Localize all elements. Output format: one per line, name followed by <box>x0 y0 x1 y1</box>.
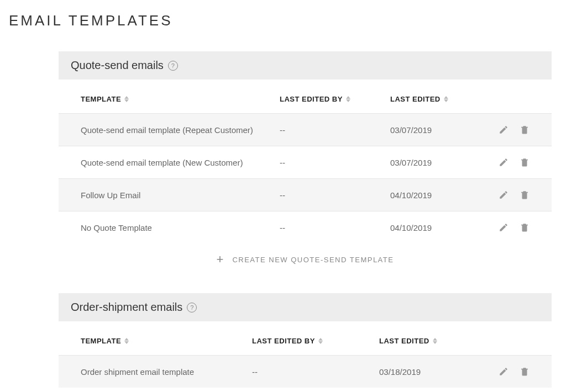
table-row: Quote-send email template (Repeat Custom… <box>59 113 552 146</box>
column-header-label: TEMPLATE <box>81 337 121 345</box>
edit-button[interactable] <box>499 367 509 377</box>
table-header: TEMPLATE LAST EDITED BY LAST EDITED <box>59 80 552 113</box>
pencil-icon <box>499 223 509 232</box>
pencil-icon <box>499 190 509 200</box>
delete-button[interactable] <box>520 223 530 232</box>
edit-button[interactable] <box>499 157 509 167</box>
cell-edited: 03/07/2019 <box>390 125 490 135</box>
edit-button[interactable] <box>499 125 509 135</box>
pencil-icon <box>499 157 509 167</box>
cell-edited: 03/18/2019 <box>379 367 479 377</box>
sort-icon <box>346 96 350 102</box>
delete-button[interactable] <box>520 190 530 200</box>
column-header-label: LAST EDITED <box>390 95 441 103</box>
cell-edited-by: -- <box>280 190 390 200</box>
help-icon[interactable]: ? <box>168 61 178 71</box>
column-header-label: TEMPLATE <box>81 95 121 103</box>
trash-icon <box>520 190 530 200</box>
cell-edited-by: -- <box>280 125 390 135</box>
column-header-template[interactable]: TEMPLATE <box>81 95 280 103</box>
help-icon[interactable]: ? <box>187 303 197 312</box>
column-header-label: LAST EDITED BY <box>252 337 315 345</box>
sort-icon <box>433 338 437 344</box>
trash-icon <box>520 367 530 377</box>
cell-edited: 04/10/2019 <box>390 190 490 200</box>
section-title: Quote-send emails <box>71 59 164 72</box>
section-order-shipment: Order-shipment emails ? TEMPLATE LAST ED… <box>59 293 552 388</box>
column-header-edited-by[interactable]: LAST EDITED BY <box>280 95 390 103</box>
table-order-shipment: TEMPLATE LAST EDITED BY LAST EDITED <box>59 321 552 388</box>
sort-icon <box>318 338 323 344</box>
plus-icon: + <box>217 253 224 266</box>
sort-icon <box>124 96 129 102</box>
cell-edited: 03/07/2019 <box>390 158 490 167</box>
create-new-template-button[interactable]: + CREATE NEW QUOTE-SEND TEMPLATE <box>59 243 552 271</box>
delete-button[interactable] <box>520 157 530 167</box>
delete-button[interactable] <box>520 125 530 135</box>
cell-edited: 04/10/2019 <box>390 223 490 232</box>
section-header: Order-shipment emails ? <box>59 293 552 321</box>
column-header-edited[interactable]: LAST EDITED <box>379 337 479 345</box>
trash-icon <box>520 125 530 135</box>
column-header-label: LAST EDITED <box>379 337 429 345</box>
section-title: Order-shipment emails <box>71 301 182 314</box>
section-header: Quote-send emails ? <box>59 51 552 80</box>
table-quote-send: TEMPLATE LAST EDITED BY LAST EDITED <box>59 80 552 271</box>
edit-button[interactable] <box>499 223 509 232</box>
delete-button[interactable] <box>520 367 530 377</box>
page-title: EMAIL TEMPLATES <box>9 12 557 29</box>
cell-template: Order shipment email template <box>81 367 252 377</box>
table-row: Quote-send email template (New Customer)… <box>59 146 552 178</box>
section-quote-send: Quote-send emails ? TEMPLATE LAST EDITED… <box>59 51 552 271</box>
pencil-icon <box>499 367 509 377</box>
trash-icon <box>520 157 530 167</box>
cell-edited-by: -- <box>252 367 379 377</box>
table-row: Order shipment email template -- 03/18/2… <box>59 355 552 388</box>
table-row: Follow Up Email -- 04/10/2019 <box>59 178 552 211</box>
cell-edited-by: -- <box>280 158 390 167</box>
pencil-icon <box>499 125 509 135</box>
cell-template: No Quote Template <box>81 223 280 232</box>
column-header-edited-by[interactable]: LAST EDITED BY <box>252 337 379 345</box>
cell-edited-by: -- <box>280 223 390 232</box>
cell-template: Quote-send email template (New Customer) <box>81 158 280 167</box>
cell-template: Follow Up Email <box>81 190 280 200</box>
edit-button[interactable] <box>499 190 509 200</box>
sort-icon <box>444 96 448 102</box>
column-header-template[interactable]: TEMPLATE <box>81 337 252 345</box>
sort-icon <box>124 338 129 344</box>
trash-icon <box>520 223 530 232</box>
table-row: No Quote Template -- 04/10/2019 <box>59 211 552 243</box>
table-header: TEMPLATE LAST EDITED BY LAST EDITED <box>59 321 552 355</box>
column-header-label: LAST EDITED BY <box>280 95 343 103</box>
create-label: CREATE NEW QUOTE-SEND TEMPLATE <box>232 256 394 264</box>
column-header-edited[interactable]: LAST EDITED <box>390 95 490 103</box>
cell-template: Quote-send email template (Repeat Custom… <box>81 125 280 135</box>
